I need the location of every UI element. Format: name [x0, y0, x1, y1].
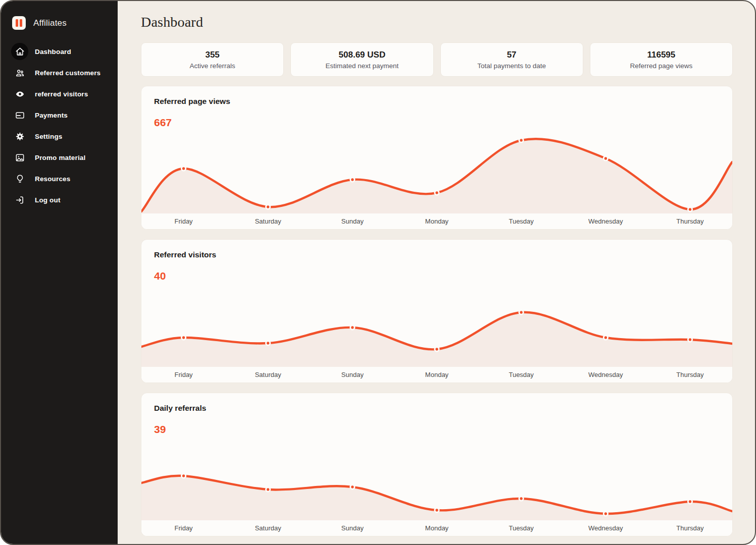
- brand: Affiliates: [11, 16, 118, 30]
- sidebar-item-resources[interactable]: Resources: [11, 168, 118, 189]
- sidebar-item-label: referred visitors: [35, 90, 88, 98]
- main-content: Dashboard 355Active referrals508.69 USDE…: [118, 1, 755, 544]
- sidebar-item-settings[interactable]: Settings: [11, 126, 118, 147]
- sidebar: Affiliates DashboardReferred customersre…: [1, 1, 118, 544]
- x-axis-labels: FridaySaturdaySundayMondayTuesdayWednesd…: [141, 520, 732, 536]
- x-axis-label: Thursday: [648, 217, 732, 225]
- x-axis-labels: FridaySaturdaySundayMondayTuesdayWednesd…: [141, 367, 732, 383]
- stat-value: 57: [507, 50, 517, 60]
- chart-total-value: 667: [154, 117, 230, 129]
- x-axis-label: Friday: [141, 524, 226, 532]
- data-point: [267, 205, 269, 208]
- credit-card-icon: [11, 106, 28, 124]
- x-axis-label: Thursday: [648, 371, 732, 378]
- sidebar-item-dashboard[interactable]: Dashboard: [11, 41, 118, 62]
- chart-card-referred-page-views: Referred page views667FridaySaturdaySund…: [141, 86, 733, 230]
- data-point: [435, 191, 438, 194]
- page-title: Dashboard: [141, 14, 733, 30]
- data-point: [520, 497, 522, 500]
- x-axis-label: Tuesday: [479, 524, 564, 532]
- stat-label: Active referrals: [190, 62, 235, 70]
- data-point: [435, 509, 438, 511]
- area-line-chart: [141, 393, 732, 521]
- sidebar-item-label: Payments: [35, 112, 68, 119]
- x-axis-label: Sunday: [310, 217, 394, 225]
- sidebar-item-payments[interactable]: Payments: [11, 104, 118, 126]
- sidebar-item-log-out[interactable]: Log out: [11, 189, 118, 210]
- sidebar-item-referred-visitors[interactable]: referred visitors: [11, 83, 118, 104]
- chart-header: Referred page views667: [154, 97, 230, 129]
- x-axis-label: Friday: [141, 371, 226, 378]
- data-point: [520, 311, 522, 313]
- data-point: [351, 178, 354, 181]
- chart-card-referred-visitors: Referred visitors40FridaySaturdaySundayM…: [141, 239, 733, 383]
- image-icon: [11, 149, 28, 166]
- chart-card-daily-referrals: Daily referrals39FridaySaturdaySundayMon…: [141, 393, 733, 536]
- x-axis-label: Saturday: [226, 217, 310, 225]
- sidebar-item-label: Promo material: [35, 154, 85, 161]
- home-icon: [11, 43, 28, 60]
- data-point: [604, 512, 607, 515]
- x-axis-label: Monday: [394, 524, 479, 532]
- gear-icon: [11, 128, 28, 145]
- chart-total-value: 39: [154, 423, 206, 435]
- stat-card: 508.69 USDEstimated next payment: [290, 42, 433, 77]
- data-point: [267, 488, 269, 490]
- sidebar-item-label: Referred customers: [35, 69, 100, 77]
- chart-header: Referred visitors40: [154, 250, 216, 282]
- people-icon: [11, 64, 28, 81]
- charts-column: Referred page views667FridaySaturdaySund…: [141, 86, 733, 536]
- x-axis-label: Wednesday: [564, 371, 648, 378]
- data-point: [182, 474, 185, 477]
- area-fill: [141, 139, 732, 214]
- brand-name: Affiliates: [33, 18, 67, 28]
- x-axis-label: Sunday: [310, 371, 394, 378]
- app-window: Affiliates DashboardReferred customersre…: [0, 0, 756, 545]
- stat-label: Referred page views: [630, 62, 692, 70]
- data-point: [604, 157, 607, 159]
- stat-value: 508.69 USD: [339, 50, 386, 60]
- x-axis-label: Tuesday: [479, 371, 564, 378]
- lightbulb-icon: [11, 170, 28, 187]
- chart-title: Referred visitors: [154, 250, 216, 259]
- data-point: [435, 348, 438, 350]
- stat-card: 57Total payments to date: [440, 42, 583, 77]
- x-axis-label: Wednesday: [564, 217, 648, 225]
- data-point: [351, 326, 354, 329]
- stat-card: 116595Referred page views: [590, 42, 733, 77]
- data-point: [182, 336, 185, 339]
- x-axis-label: Friday: [141, 217, 226, 225]
- stat-value: 116595: [647, 50, 675, 60]
- chart-total-value: 40: [154, 270, 216, 282]
- x-axis-label: Monday: [394, 217, 479, 225]
- data-point: [182, 167, 185, 170]
- x-axis-label: Monday: [394, 371, 479, 378]
- eye-icon: [11, 85, 28, 102]
- chart-title: Daily referrals: [154, 404, 206, 413]
- sidebar-item-label: Resources: [35, 175, 70, 183]
- stat-card: 355Active referrals: [141, 42, 284, 77]
- data-point: [267, 342, 269, 344]
- sidebar-item-referred-customers[interactable]: Referred customers: [11, 62, 118, 83]
- app-logo-icon: [12, 16, 26, 30]
- data-point: [520, 139, 522, 141]
- sidebar-item-label: Settings: [35, 133, 62, 140]
- x-axis-label: Sunday: [310, 524, 394, 532]
- logout-icon: [11, 191, 28, 208]
- x-axis-label: Tuesday: [479, 217, 564, 225]
- chart-title: Referred page views: [154, 97, 230, 106]
- area-fill: [141, 476, 732, 521]
- data-point: [604, 336, 607, 339]
- stats-row: 355Active referrals508.69 USDEstimated n…: [141, 42, 733, 77]
- chart-header: Daily referrals39: [154, 404, 206, 435]
- stat-value: 355: [205, 50, 219, 60]
- data-point: [689, 208, 691, 210]
- stat-label: Estimated next payment: [325, 62, 398, 70]
- stat-label: Total payments to date: [477, 62, 546, 70]
- sidebar-item-label: Log out: [35, 196, 61, 204]
- sidebar-item-label: Dashboard: [35, 48, 71, 56]
- x-axis-label: Saturday: [226, 371, 310, 378]
- x-axis-label: Wednesday: [564, 524, 648, 532]
- x-axis-label: Saturday: [226, 524, 310, 532]
- sidebar-item-promo-material[interactable]: Promo material: [11, 147, 118, 168]
